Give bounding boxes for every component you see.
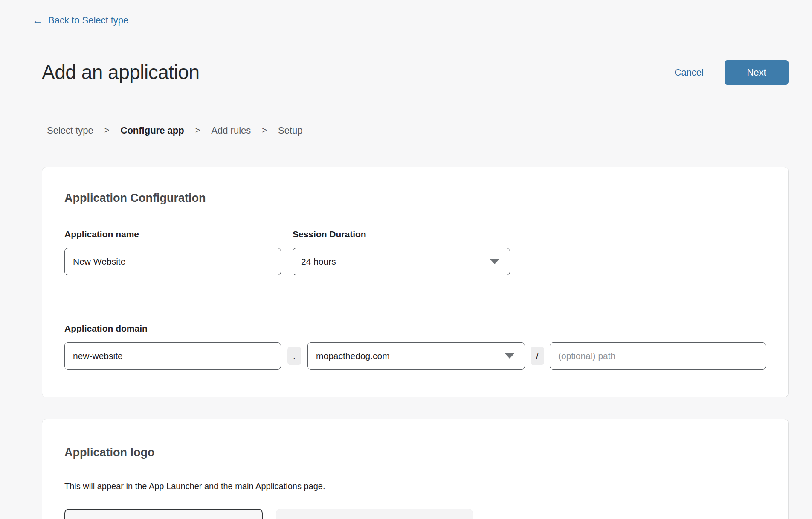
application-domain-label: Application domain: [64, 323, 766, 334]
arrow-left-icon: ←: [32, 15, 43, 26]
application-domain-field-group: Application domain . mopacthedog.com /: [64, 323, 766, 370]
session-duration-select[interactable]: 24 hours: [293, 248, 510, 275]
session-duration-label: Session Duration: [293, 229, 510, 239]
session-duration-field-group: Session Duration 24 hours: [293, 229, 510, 275]
logo-option-default-tile[interactable]: [276, 509, 473, 519]
session-duration-selected-value: 24 hours: [301, 257, 336, 267]
name-session-row: Application name Session Duration 24 hou…: [64, 229, 766, 275]
step-add-rules: Add rules: [211, 125, 251, 136]
application-name-field-group: Application name: [64, 229, 281, 275]
step-setup: Setup: [278, 125, 303, 136]
logo-option-tiles: [64, 509, 766, 519]
subdomain-input[interactable]: [64, 342, 281, 370]
chevron-down-icon: [505, 353, 514, 359]
step-configure-app: Configure app: [121, 125, 184, 136]
application-name-label: Application name: [64, 229, 281, 239]
page-header: Add an application Cancel Next: [42, 60, 789, 85]
domain-select[interactable]: mopacthedog.com: [307, 342, 525, 370]
slash-separator: /: [531, 347, 544, 365]
page-title: Add an application: [42, 61, 200, 84]
application-domain-row: . mopacthedog.com /: [64, 342, 766, 370]
wizard-steps-breadcrumb: Select type > Configure app > Add rules …: [47, 125, 789, 136]
domain-selected-value: mopacthedog.com: [316, 351, 390, 361]
dot-separator: .: [287, 347, 301, 365]
chevron-separator: >: [104, 125, 110, 136]
next-button[interactable]: Next: [725, 60, 789, 85]
application-logo-description: This will appear in the App Launcher and…: [64, 481, 766, 492]
cancel-button[interactable]: Cancel: [675, 67, 704, 78]
header-actions: Cancel Next: [675, 60, 789, 85]
add-application-page: ← Back to Select type Add an application…: [0, 0, 812, 519]
application-logo-title: Application logo: [64, 446, 766, 459]
application-configuration-card: Application Configuration Application na…: [42, 167, 789, 397]
back-to-select-type-link[interactable]: ← Back to Select type: [32, 15, 128, 26]
application-logo-card: Application logo This will appear in the…: [42, 419, 789, 519]
chevron-separator: >: [195, 125, 200, 136]
logo-option-selected-tile[interactable]: [64, 509, 263, 519]
back-link-label: Back to Select type: [48, 15, 128, 26]
path-input[interactable]: [550, 342, 766, 370]
chevron-down-icon: [490, 259, 499, 264]
application-name-input[interactable]: [64, 248, 281, 275]
step-select-type: Select type: [47, 125, 93, 136]
application-configuration-title: Application Configuration: [64, 191, 766, 205]
chevron-separator: >: [262, 125, 267, 136]
